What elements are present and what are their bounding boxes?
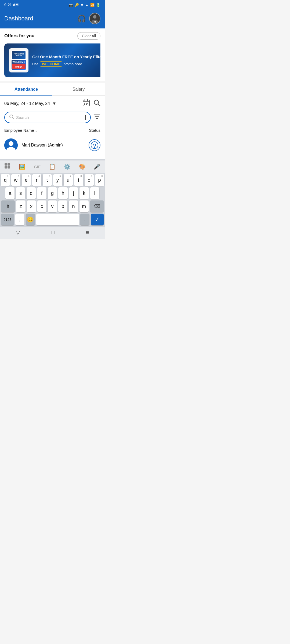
key-r[interactable]: 4r bbox=[32, 174, 41, 186]
svg-line-16 bbox=[13, 118, 14, 119]
keyboard-settings-icon[interactable]: ⚙️ bbox=[64, 163, 71, 170]
key-y[interactable]: 6y bbox=[53, 174, 62, 186]
signal-icon: ▲ bbox=[85, 3, 89, 7]
keyboard-mic-icon[interactable]: 🎤 bbox=[94, 163, 100, 170]
key-t[interactable]: 5t bbox=[43, 174, 52, 186]
key-k[interactable]: k bbox=[79, 187, 89, 199]
keyboard-sticker-icon[interactable]: 🖼️ bbox=[19, 163, 26, 170]
key-enter[interactable]: ✓ bbox=[91, 214, 104, 225]
key-h[interactable]: h bbox=[58, 187, 67, 199]
employee-avatar bbox=[4, 138, 18, 152]
offer-promo-prefix: Use bbox=[32, 62, 38, 66]
key-a[interactable]: a bbox=[5, 187, 15, 199]
offer-phone-screen: FOR LIMITEDPERIOD WELCOME OFFER bbox=[11, 50, 27, 71]
search-input[interactable] bbox=[16, 115, 83, 120]
key-e[interactable]: 3e bbox=[22, 174, 31, 186]
svg-point-24 bbox=[94, 147, 95, 148]
key-emoji[interactable]: 😊 bbox=[26, 214, 35, 225]
offer-promo-row: Use WELCOME promo code bbox=[32, 61, 100, 67]
key-m[interactable]: m bbox=[79, 200, 89, 212]
key-q[interactable]: 1q bbox=[1, 174, 10, 186]
svg-rect-26 bbox=[8, 163, 10, 166]
status-bar: 9:21 AM 📷 🔑 ✱ ▲ 📶 🔋 bbox=[0, 0, 105, 10]
employee-name-column-header[interactable]: Employee Name ↓ bbox=[4, 128, 37, 133]
employee-name: Marj Dawson (Admin) bbox=[21, 143, 63, 148]
nav-home-button[interactable]: □ bbox=[51, 229, 55, 236]
svg-rect-9 bbox=[86, 103, 87, 104]
svg-rect-8 bbox=[84, 103, 85, 104]
keyboard-row-3: ⇧ z x c v b n m ⌫ bbox=[1, 200, 104, 212]
keyboard-clipboard-icon[interactable]: 📋 bbox=[49, 163, 56, 170]
date-range-text: 06 May, 24 - 12 May, 24 bbox=[4, 101, 50, 106]
text-cursor bbox=[85, 115, 86, 120]
key-i[interactable]: 8i bbox=[74, 174, 83, 186]
offer-card-1-content: Get One Month FREE on Yearly Elite Plan … bbox=[32, 54, 100, 67]
key-c[interactable]: c bbox=[37, 200, 46, 212]
headphone-icon[interactable]: 🎧 bbox=[77, 14, 86, 23]
date-filter-row: 06 May, 24 - 12 May, 24 ▼ bbox=[4, 99, 100, 108]
search-inner-icon bbox=[9, 114, 14, 120]
key-g[interactable]: g bbox=[48, 187, 57, 199]
key-d[interactable]: d bbox=[27, 187, 36, 199]
offer-main-text: Get One Month FREE on Yearly Elite Plan bbox=[32, 54, 100, 60]
offer-card-1[interactable]: FOR LIMITEDPERIOD WELCOME OFFER Get One … bbox=[4, 43, 100, 77]
key-x[interactable]: x bbox=[27, 200, 36, 212]
clear-all-button[interactable]: Clear All bbox=[77, 32, 100, 40]
offers-header: Offers for you Clear All bbox=[4, 32, 100, 40]
key-delete[interactable]: ⌫ bbox=[90, 200, 104, 212]
keyboard-rows: 1q 2w 3e 4r 5t 6y 7u 8i 9o 0p a s d f g … bbox=[0, 173, 105, 225]
key-o[interactable]: 9o bbox=[85, 174, 94, 186]
nav-menu-button[interactable]: ≡ bbox=[86, 229, 89, 236]
filter-icon[interactable] bbox=[93, 113, 100, 122]
search-icon[interactable] bbox=[93, 99, 100, 108]
camera-icon: 📷 bbox=[69, 3, 73, 7]
key-icon: 🔑 bbox=[75, 3, 79, 7]
sort-arrow-icon: ↓ bbox=[35, 128, 37, 133]
header-actions: 🎧 M bbox=[77, 13, 100, 24]
status-time: 9:21 AM bbox=[4, 3, 19, 7]
keyboard-row-4: ?123 , 😊 . ✓ bbox=[1, 214, 104, 225]
offer-promo-suffix: promo code bbox=[64, 62, 82, 66]
nav-bar: ▽ □ ≡ bbox=[0, 227, 105, 239]
key-n[interactable]: n bbox=[69, 200, 78, 212]
svg-rect-27 bbox=[5, 166, 7, 169]
chevron-down-icon: ▼ bbox=[52, 101, 56, 106]
key-space[interactable] bbox=[36, 214, 79, 225]
key-u[interactable]: 7u bbox=[64, 174, 73, 186]
svg-rect-12 bbox=[86, 104, 87, 105]
tab-salary[interactable]: Salary bbox=[52, 83, 105, 95]
svg-point-21 bbox=[9, 141, 13, 146]
offers-title: Offers for you bbox=[4, 33, 34, 39]
calendar-icon[interactable] bbox=[83, 99, 90, 108]
key-period[interactable]: . bbox=[80, 214, 89, 225]
employee-left: Marj Dawson (Admin) bbox=[4, 138, 63, 152]
key-numeric[interactable]: ?123 bbox=[1, 214, 14, 225]
offer-cards-row: FOR LIMITEDPERIOD WELCOME OFFER Get One … bbox=[4, 43, 100, 77]
key-z[interactable]: z bbox=[16, 200, 25, 212]
key-j[interactable]: j bbox=[69, 187, 78, 199]
keyboard-theme-icon[interactable]: 🎨 bbox=[79, 163, 86, 170]
avatar-letter: M bbox=[90, 13, 100, 24]
svg-rect-11 bbox=[84, 104, 85, 105]
key-l[interactable]: l bbox=[90, 187, 99, 199]
tab-attendance[interactable]: Attendance bbox=[0, 83, 52, 95]
key-b[interactable]: b bbox=[58, 200, 67, 212]
key-f[interactable]: f bbox=[37, 187, 46, 199]
employee-row[interactable]: Marj Dawson (Admin) bbox=[4, 135, 100, 155]
avatar[interactable]: M bbox=[89, 13, 100, 24]
key-s[interactable]: s bbox=[16, 187, 25, 199]
key-v[interactable]: v bbox=[48, 200, 57, 212]
keyboard-row-2: a s d f g h j k l bbox=[1, 187, 104, 199]
key-comma[interactable]: , bbox=[15, 214, 24, 225]
key-shift[interactable]: ⇧ bbox=[1, 200, 15, 212]
keyboard-apps-icon[interactable] bbox=[4, 163, 10, 171]
svg-point-1 bbox=[93, 15, 97, 19]
key-p[interactable]: 0p bbox=[95, 174, 104, 186]
key-w[interactable]: 2w bbox=[11, 174, 20, 186]
search-bar-row bbox=[4, 112, 100, 123]
keyboard-gif-icon[interactable]: GIF bbox=[34, 164, 41, 169]
date-range-selector[interactable]: 06 May, 24 - 12 May, 24 ▼ bbox=[4, 101, 56, 106]
action-button[interactable] bbox=[89, 139, 100, 151]
wifi-icon: 📶 bbox=[90, 3, 95, 7]
nav-back-button[interactable]: ▽ bbox=[16, 229, 20, 236]
